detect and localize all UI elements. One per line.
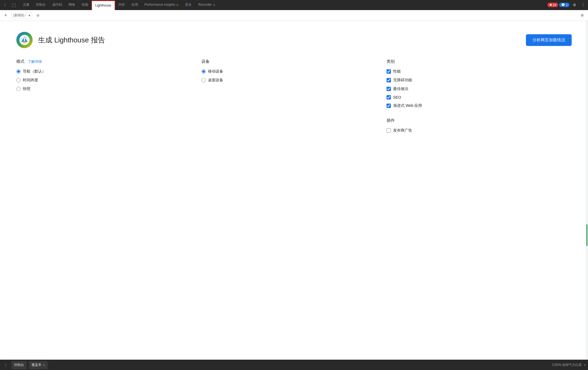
category-section: 类别 性能 无障碍功能 最佳做法 SEO [387, 59, 572, 133]
category-option-seo[interactable]: SEO [387, 95, 561, 100]
tab-memory[interactable]: 内存 [115, 0, 128, 10]
category-label-pwa: 渐进式 Web 应用 [393, 103, 422, 108]
clear-icon: ⊘ [36, 13, 39, 17]
error-badge[interactable]: ✖ 19 [547, 3, 558, 7]
plugins-section: 插件 发布商广告 [387, 118, 561, 133]
bottom-tab-coverage[interactable]: 覆盖率 × [29, 361, 48, 369]
category-checkbox-group: 性能 无障碍功能 最佳做法 SEO 渐进式 Web 应用 [387, 69, 561, 108]
plugin-option-publisher-ads[interactable]: 发布商广告 [387, 128, 561, 133]
mode-radio-group: 导航（默认） 时间跨度 快照 [16, 69, 191, 91]
lh-logo [16, 32, 33, 48]
svg-point-4 [24, 38, 25, 39]
tab-recorder[interactable]: Recorder ⚠ [195, 0, 218, 10]
device-radio-mobile[interactable] [201, 69, 206, 74]
message-icon: 💬 [561, 3, 565, 7]
bottom-bar: ⋮ 控制台 覆盖率 × CSDN @帅气大白菜 × [0, 360, 588, 370]
lh-title-row: 生成 Lighthouse 报告 [16, 32, 105, 48]
bottom-right: CSDN @帅气大白菜 × [552, 363, 586, 367]
learn-link[interactable]: 了解详情 [28, 60, 42, 64]
category-checkbox-accessibility[interactable] [387, 78, 391, 82]
mode-label-navigation: 导航（默认） [23, 69, 46, 74]
mode-radio-navigation[interactable] [16, 69, 21, 74]
recorder-warning-icon: ⚠ [213, 3, 215, 6]
category-title: 类别 [387, 59, 561, 64]
category-option-performance[interactable]: 性能 [387, 69, 561, 74]
tab-performance[interactable]: 性能 [78, 0, 91, 10]
device-label-mobile: 移动设备 [208, 69, 223, 74]
scrollbar-track [586, 21, 588, 360]
bottom-close-icon[interactable]: × [584, 363, 586, 367]
mode-section: 模式 了解详情 导航（默认） 时间跨度 快照 [16, 59, 201, 133]
report-select[interactable]: (新报告） ▾ [11, 12, 32, 19]
report-label: (新报告） [13, 13, 27, 18]
category-option-best-practices[interactable]: 最佳做法 [387, 86, 561, 91]
clear-btn[interactable]: ⊘ [34, 12, 41, 19]
tab-network[interactable]: 网络 [65, 0, 78, 10]
error-count: 19 [553, 3, 556, 7]
add-icon: + [4, 13, 7, 18]
category-checkbox-performance[interactable] [387, 69, 391, 74]
mode-title: 模式 了解详情 [16, 59, 191, 64]
bottom-tab-console[interactable]: 控制台 [11, 361, 27, 369]
coverage-close-icon[interactable]: × [43, 363, 45, 367]
page-title: 生成 Lighthouse 报告 [38, 35, 105, 45]
category-option-accessibility[interactable]: 无障碍功能 [387, 78, 561, 83]
tab-security[interactable]: 安全 [182, 0, 195, 10]
more-icon: ⋮ [581, 3, 585, 7]
tab-sources[interactable]: 源代码 [49, 0, 65, 10]
mode-radio-snapshot[interactable] [16, 87, 21, 91]
bottom-console-label: 控制台 [14, 363, 24, 367]
tab-lighthouse[interactable]: Lighthouse [91, 1, 115, 10]
mode-label-timespan: 时间跨度 [23, 78, 38, 83]
category-label-best-practices: 最佳做法 [393, 86, 408, 91]
category-checkbox-seo[interactable] [387, 95, 391, 100]
bottom-coverage-label: 覆盖率 [32, 363, 41, 367]
mode-option-timespan[interactable]: 时间跨度 [16, 78, 191, 83]
toolbar: + (新报告） ▾ ⊘ ⚙ [0, 10, 588, 21]
category-label-accessibility: 无障碍功能 [393, 78, 412, 83]
device-option-desktop[interactable]: 桌面设备 [201, 78, 376, 83]
tab-bar: ⋮ ⬚ 元素 控制台 源代码 网络 性能 Lighthouse 内存 应用 Pe… [0, 0, 588, 10]
device-title: 设备 [201, 59, 376, 64]
more-btn[interactable]: ⋮ [579, 1, 587, 9]
tab-bar-right: ✖ 19 💬 1 ⚙ ⋮ [547, 1, 587, 9]
mode-option-snapshot[interactable]: 快照 [16, 86, 191, 91]
category-label-performance: 性能 [393, 69, 401, 74]
tab-application[interactable]: 应用 [128, 0, 141, 10]
plugin-label-publisher-ads: 发布商广告 [393, 128, 412, 133]
dropdown-icon: ▾ [29, 14, 30, 17]
mode-label-snapshot: 快照 [23, 86, 30, 91]
svg-rect-2 [23, 42, 26, 43]
tab-elements[interactable]: 元素 [20, 0, 33, 10]
device-label-desktop: 桌面设备 [208, 78, 223, 83]
message-count: 1 [566, 3, 568, 7]
tab-console[interactable]: 控制台 [33, 0, 49, 10]
plugin-checkbox-publisher-ads[interactable] [387, 128, 391, 133]
mode-option-navigation[interactable]: 导航（默认） [16, 69, 191, 74]
tab-perf-insights[interactable]: Performance insights ⚠ [141, 0, 182, 10]
perf-insights-warning-icon: ⚠ [176, 3, 179, 6]
devtools-icon-btn[interactable]: ⋮ [1, 1, 9, 9]
watermark-text: CSDN @帅气大白菜 [552, 363, 582, 367]
mode-radio-timespan[interactable] [16, 78, 21, 82]
category-checkbox-best-practices[interactable] [387, 87, 391, 91]
inspect-btn[interactable]: ⬚ [10, 1, 17, 9]
config-sections: 模式 了解详情 导航（默认） 时间跨度 快照 设备 [16, 59, 572, 133]
add-report-btn[interactable]: + [2, 12, 9, 19]
analyze-button[interactable]: 分析网页加载情况 [526, 34, 572, 46]
settings-icon: ⚙ [573, 3, 576, 7]
category-option-pwa[interactable]: 渐进式 Web 应用 [387, 103, 561, 108]
bottom-menu-btn[interactable]: ⋮ [2, 362, 9, 369]
toolbar-settings-icon: ⚙ [581, 13, 584, 17]
toolbar-settings-btn[interactable]: ⚙ [579, 12, 586, 19]
device-option-mobile[interactable]: 移动设备 [201, 69, 376, 74]
message-badge[interactable]: 💬 1 [559, 3, 569, 7]
device-radio-desktop[interactable] [201, 78, 206, 82]
lh-header: 生成 Lighthouse 报告 分析网页加载情况 [16, 32, 572, 48]
device-radio-group: 移动设备 桌面设备 [201, 69, 376, 83]
toolbar-right: ⚙ [579, 12, 586, 19]
settings-btn[interactable]: ⚙ [571, 1, 578, 9]
scrollbar-thumb[interactable] [586, 224, 587, 246]
category-checkbox-pwa[interactable] [387, 104, 391, 108]
plugins-title: 插件 [387, 118, 561, 123]
